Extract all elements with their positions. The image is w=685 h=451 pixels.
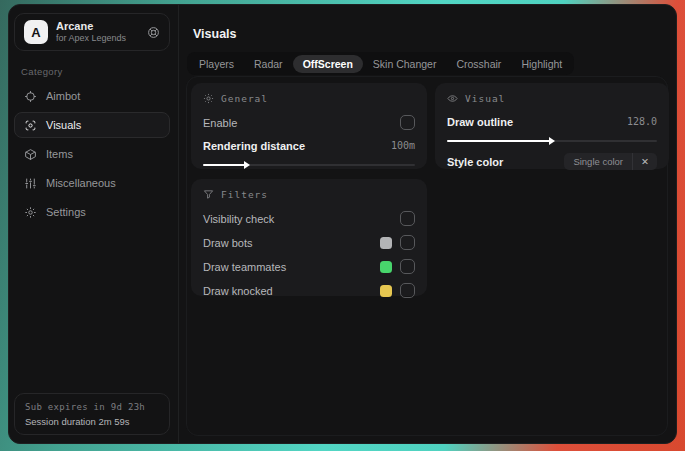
main-area: Visuals Players Radar OffScreen Skin Cha… (179, 5, 676, 443)
app-title-block: Arcane for Apex Legends (56, 20, 126, 44)
subscription-info-card: Sub expires in 9d 23h Session duration 2… (14, 393, 170, 435)
filters-panel: Filters Visibility check Draw bots Draw … (191, 179, 427, 296)
enable-checkbox[interactable] (400, 115, 415, 130)
gear-icon (24, 206, 37, 219)
filters-panel-header: Filters (203, 189, 415, 200)
visual-panel-title: Visual (465, 93, 505, 104)
sun-icon (203, 93, 214, 104)
slider-fill (447, 140, 550, 142)
tab-crosshair[interactable]: Crosshair (446, 55, 511, 73)
draw-teammates-color-swatch[interactable] (380, 261, 392, 273)
visuals-tabbar: Players Radar OffScreen Skin Changer Cro… (187, 52, 574, 75)
slider-fill (203, 164, 245, 166)
app-header-card: A Arcane for Apex Legends (14, 13, 170, 51)
general-panel-header: General (203, 93, 415, 104)
tab-highlight[interactable]: Highlight (511, 55, 572, 73)
sliders-icon (24, 177, 37, 190)
sidebar-item-settings[interactable]: Settings (14, 199, 170, 225)
app-logo: A (24, 20, 48, 44)
eye-icon (447, 93, 458, 104)
sidebar-item-label: Visuals (46, 119, 81, 131)
visual-panel: Visual Draw outline 128.0 Style color Si… (435, 83, 669, 169)
draw-outline-label: Draw outline (447, 116, 513, 128)
draw-teammates-label: Draw teammates (203, 261, 286, 273)
sidebar-item-visuals[interactable]: Visuals (14, 112, 170, 138)
draw-bots-color-swatch[interactable] (380, 237, 392, 249)
session-duration-text: Session duration 2m 59s (25, 416, 159, 427)
sidebar-item-label: Miscellaneous (46, 177, 116, 189)
category-label: Category (21, 66, 178, 77)
filters-panel-title: Filters (221, 189, 268, 200)
draw-knocked-label: Draw knocked (203, 285, 273, 297)
tab-radar[interactable]: Radar (244, 55, 293, 73)
draw-outline-slider[interactable] (447, 136, 657, 145)
sidebar-nav: Aimbot Visuals Items (9, 83, 178, 225)
rendering-distance-value: 100m (391, 140, 415, 151)
rendering-distance-label: Rendering distance (203, 140, 305, 152)
general-panel: General Enable Rendering distance 100m (191, 83, 427, 169)
sidebar-item-items[interactable]: Items (14, 141, 170, 167)
sidebar-item-label: Items (46, 148, 73, 160)
close-icon[interactable]: ✕ (632, 153, 657, 170)
visibility-check-checkbox[interactable] (400, 211, 415, 226)
draw-knocked-color-swatch[interactable] (380, 285, 392, 297)
app-window: A Arcane for Apex Legends Category (8, 4, 677, 444)
visibility-check-label: Visibility check (203, 213, 274, 225)
general-panel-title: General (221, 93, 268, 104)
funnel-icon (203, 189, 214, 200)
rendering-distance-slider[interactable] (203, 160, 415, 169)
sidebar: A Arcane for Apex Legends Category (9, 5, 179, 443)
sub-expires-text: Sub expires in 9d 23h (25, 402, 159, 412)
sidebar-item-label: Aimbot (46, 90, 80, 102)
tab-skin-changer[interactable]: Skin Changer (363, 55, 447, 73)
draw-teammates-checkbox[interactable] (400, 259, 415, 274)
style-color-tag-label: Single color (564, 156, 632, 167)
visual-panel-header: Visual (447, 93, 657, 104)
sidebar-item-aimbot[interactable]: Aimbot (14, 83, 170, 109)
draw-bots-checkbox[interactable] (400, 235, 415, 250)
app-name: Arcane (56, 20, 126, 33)
tab-players[interactable]: Players (189, 55, 244, 73)
page-title: Visuals (193, 27, 237, 41)
tab-offscreen[interactable]: OffScreen (293, 55, 363, 73)
enable-label: Enable (203, 117, 237, 129)
draw-knocked-checkbox[interactable] (400, 283, 415, 298)
sidebar-item-label: Settings (46, 206, 86, 218)
style-color-tag[interactable]: Single color ✕ (564, 153, 657, 170)
style-color-label: Style color (447, 156, 503, 168)
draw-outline-value: 128.0 (627, 116, 657, 127)
draw-bots-label: Draw bots (203, 237, 253, 249)
app-subtitle: for Apex Legends (56, 33, 126, 44)
crosshair-icon (24, 90, 37, 103)
support-icon[interactable] (147, 26, 160, 39)
cube-icon (24, 148, 37, 161)
scan-icon (24, 119, 37, 132)
sidebar-item-miscellaneous[interactable]: Miscellaneous (14, 170, 170, 196)
